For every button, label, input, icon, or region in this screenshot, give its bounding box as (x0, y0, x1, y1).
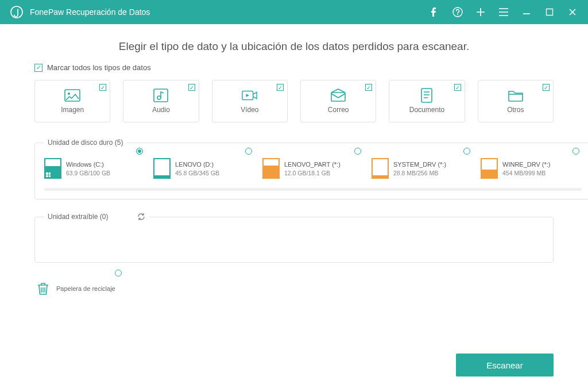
disk-icon (153, 158, 171, 179)
main-content: Elegir el tipo de dato y la ubicación de… (0, 24, 588, 388)
disk-icon (44, 158, 61, 179)
svg-point-0 (11, 6, 22, 18)
maximize-icon[interactable] (544, 7, 555, 17)
footer: Escanear (34, 354, 554, 377)
titlebar: FonePaw Recuperación de Datos (0, 0, 588, 24)
drive-item[interactable]: LENOVO (D:)45.8 GB/345 GB (153, 158, 254, 179)
type-cards-row: ✓ Imagen ✓ Audio ✓ Vídeo ✓ Correo ✓ (34, 80, 554, 122)
app-title: FonePaw Recuperación de Datos (30, 7, 430, 17)
type-label: Correo (328, 106, 349, 114)
page-heading: Elegir el tipo de dato y la ubicación de… (34, 40, 554, 53)
svg-point-1 (453, 7, 462, 17)
disk-icon (262, 158, 280, 179)
drive-size: 454 MB/999 MB (502, 170, 551, 176)
type-card-mail[interactable]: ✓ Correo (300, 80, 376, 122)
type-checkbox[interactable]: ✓ (277, 84, 284, 91)
help-icon[interactable] (452, 7, 463, 17)
drive-name: SYSTEM_DRV (*:) (393, 161, 446, 168)
drive-item[interactable]: WINRE_DRV (*:)454 MB/999 MB (481, 158, 582, 179)
drive-size: 28.8 MB/256 MB (393, 170, 446, 176)
drive-radio[interactable] (136, 148, 143, 155)
type-card-others[interactable]: ✓ Otros (478, 80, 554, 122)
audio-icon (153, 89, 169, 102)
hdd-legend: Unidad de disco duro (5) (44, 139, 126, 147)
recycle-radio[interactable] (115, 270, 122, 276)
type-checkbox[interactable]: ✓ (99, 84, 106, 91)
drive-radio[interactable] (354, 148, 361, 155)
app-window: FonePaw Recuperación de Datos Elegir el … (0, 0, 588, 388)
check-all-label: Marcar todos los tipos de datos (47, 63, 151, 72)
app-logo-icon (10, 6, 23, 18)
drive-name: LENOVO_PART (*:) (284, 161, 341, 168)
drive-radio[interactable] (245, 148, 252, 155)
refresh-icon[interactable] (137, 212, 146, 221)
disk-icon (481, 158, 498, 179)
type-checkbox[interactable]: ✓ (365, 84, 372, 91)
check-all-checkbox[interactable]: ✓ (34, 64, 42, 72)
type-checkbox[interactable]: ✓ (454, 84, 461, 91)
type-card-video[interactable]: ✓ Vídeo (212, 80, 288, 122)
drive-name: Windows (C:) (66, 161, 110, 168)
image-icon (64, 89, 80, 102)
drive-radio[interactable] (572, 148, 579, 155)
type-label: Otros (507, 106, 524, 114)
type-label: Vídeo (241, 106, 258, 114)
drive-item[interactable]: LENOVO_PART (*:)12.0 GB/18.1 GB (262, 158, 363, 179)
close-icon[interactable] (567, 7, 578, 17)
svg-rect-9 (331, 93, 345, 101)
removable-legend: Unidad extraíble (0) (48, 213, 108, 221)
svg-point-5 (68, 93, 70, 95)
disk-icon (372, 158, 389, 179)
mail-icon (330, 89, 346, 102)
svg-point-2 (457, 14, 458, 16)
drive-item[interactable]: Windows (C:)63.9 GB/100 GB (44, 158, 145, 179)
horizontal-scrollbar[interactable] (44, 188, 582, 191)
facebook-icon[interactable] (430, 7, 440, 17)
trash-icon (37, 281, 49, 296)
video-icon (242, 89, 258, 102)
hdd-section: Unidad de disco duro (5) Windows (C:)63.… (34, 139, 588, 199)
type-label: Imagen (61, 106, 84, 114)
type-checkbox[interactable]: ✓ (543, 84, 550, 91)
recycle-label: Papelera de reciclaje (56, 285, 115, 292)
type-card-audio[interactable]: ✓ Audio (123, 80, 199, 122)
type-card-image[interactable]: ✓ Imagen (34, 80, 110, 122)
drive-item[interactable]: SYSTEM_DRV (*:)28.8 MB/256 MB (372, 158, 473, 179)
drive-size: 45.8 GB/345 GB (175, 170, 219, 176)
removable-section: Unidad extraíble (0) (34, 212, 554, 263)
type-label: Audio (152, 106, 170, 114)
recycle-bin-item[interactable]: Papelera de reciclaje (34, 281, 554, 296)
drive-size: 63.9 GB/100 GB (66, 170, 110, 176)
drive-size: 12.0 GB/18.1 GB (284, 170, 341, 176)
check-all-row[interactable]: ✓ Marcar todos los tipos de datos (34, 63, 554, 72)
minimize-icon[interactable] (521, 7, 532, 17)
drive-name: WINRE_DRV (*:) (502, 161, 551, 168)
type-label: Documento (409, 106, 444, 114)
document-icon (419, 89, 435, 102)
type-checkbox[interactable]: ✓ (188, 84, 195, 91)
svg-point-7 (157, 96, 161, 99)
menu-icon[interactable] (498, 7, 509, 17)
svg-rect-3 (547, 9, 553, 16)
window-controls (430, 7, 578, 17)
hdd-drives-row: Windows (C:)63.9 GB/100 GB LENOVO (D:)45… (44, 158, 582, 182)
svg-rect-10 (421, 89, 432, 102)
add-icon[interactable] (475, 7, 486, 17)
scan-button[interactable]: Escanear (456, 354, 554, 377)
type-card-document[interactable]: ✓ Documento (389, 80, 465, 122)
folder-icon (508, 89, 524, 102)
drive-radio[interactable] (463, 148, 470, 155)
drive-name: LENOVO (D:) (175, 161, 219, 168)
